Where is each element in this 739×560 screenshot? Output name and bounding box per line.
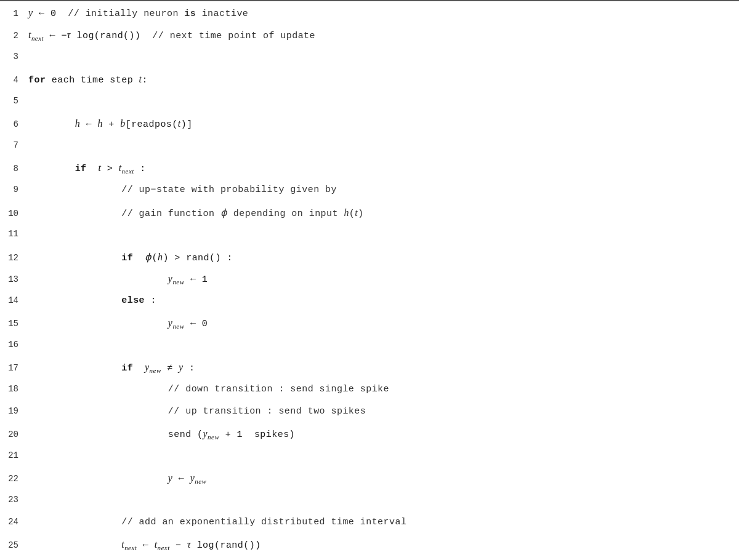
line-content-4: for each time step t: bbox=[28, 74, 733, 86]
line-content-3 bbox=[28, 52, 733, 62]
line-content-21 bbox=[28, 450, 733, 461]
line-content-19: // up transition : send two spikes bbox=[28, 406, 733, 417]
line-2: 2 tnext ← −τ log(rand()) // next time po… bbox=[0, 30, 739, 52]
line-content-25: tnext ← tnext − τ log(rand()) bbox=[28, 539, 733, 551]
line-11: 11 bbox=[0, 229, 739, 251]
line-content-16 bbox=[28, 340, 733, 350]
line-3: 3 bbox=[0, 52, 739, 74]
line-23: 23 bbox=[0, 495, 739, 517]
line-num-3: 3 bbox=[6, 52, 28, 62]
line-content-5 bbox=[28, 96, 733, 106]
line-num-18: 18 bbox=[6, 384, 28, 394]
line-21: 21 bbox=[0, 450, 739, 473]
line-25: 25 tnext ← tnext − τ log(rand()) bbox=[0, 539, 739, 560]
line-num-17: 17 bbox=[6, 363, 28, 373]
line-9: 9 // up−state with probability given by bbox=[0, 185, 739, 207]
line-6: 6 h ← h + b[readpos(t)] bbox=[0, 118, 739, 140]
line-19: 19 // up transition : send two spikes bbox=[0, 406, 739, 428]
line-content-12: if ϕ(h) > rand() : bbox=[28, 251, 733, 263]
line-num-5: 5 bbox=[6, 96, 28, 106]
line-num-15: 15 bbox=[6, 319, 28, 329]
line-content-13: ynew ← 1 bbox=[28, 273, 733, 286]
line-18: 18 // down transition : send single spik… bbox=[0, 384, 739, 406]
code-block: 1 y ← 0 // initially neuron is inactive … bbox=[0, 0, 739, 560]
line-num-21: 21 bbox=[6, 450, 28, 460]
line-1: 1 y ← 0 // initially neuron is inactive bbox=[0, 7, 739, 30]
line-8: 8 if t > tnext : bbox=[0, 162, 739, 185]
line-num-20: 20 bbox=[6, 430, 28, 439]
line-20: 20 send (ynew + 1 spikes) bbox=[0, 428, 739, 450]
line-content-2: tnext ← −τ log(rand()) // next time poin… bbox=[28, 30, 733, 42]
line-24: 24 // add an exponentially distributed t… bbox=[0, 517, 739, 539]
line-num-11: 11 bbox=[6, 229, 28, 239]
line-content-15: ynew ← 0 bbox=[28, 318, 733, 330]
line-num-23: 23 bbox=[6, 495, 28, 505]
line-16: 16 bbox=[0, 340, 739, 362]
line-num-8: 8 bbox=[6, 164, 28, 174]
line-num-19: 19 bbox=[6, 406, 28, 416]
line-content-17: if ynew ≠ y : bbox=[28, 362, 733, 374]
line-content-23 bbox=[28, 495, 733, 505]
line-15: 15 ynew ← 0 bbox=[0, 318, 739, 340]
line-12: 12 if ϕ(h) > rand() : bbox=[0, 251, 739, 273]
line-10: 10 // gain function ϕ depending on input… bbox=[0, 207, 739, 229]
line-22: 22 y ← ynew bbox=[0, 473, 739, 495]
line-14: 14 else : bbox=[0, 295, 739, 318]
line-content-24: // add an exponentially distributed time… bbox=[28, 517, 733, 527]
line-content-8: if t > tnext : bbox=[28, 162, 733, 175]
line-num-14: 14 bbox=[6, 295, 28, 305]
line-num-24: 24 bbox=[6, 517, 28, 527]
line-content-22: y ← ynew bbox=[28, 473, 733, 485]
line-num-6: 6 bbox=[6, 119, 28, 129]
line-num-9: 9 bbox=[6, 185, 28, 194]
line-num-16: 16 bbox=[6, 340, 28, 350]
line-num-2: 2 bbox=[6, 31, 28, 41]
line-num-7: 7 bbox=[6, 140, 28, 150]
line-13: 13 ynew ← 1 bbox=[0, 273, 739, 295]
line-5: 5 bbox=[0, 96, 739, 118]
line-content-18: // down transition : send single spike bbox=[28, 384, 733, 394]
line-num-25: 25 bbox=[6, 540, 28, 550]
line-num-10: 10 bbox=[6, 209, 28, 218]
line-7: 7 bbox=[0, 140, 739, 162]
line-4: 4 for each time step t: bbox=[0, 74, 739, 96]
line-num-1: 1 bbox=[6, 9, 28, 18]
line-content-14: else : bbox=[28, 295, 733, 306]
line-content-1: y ← 0 // initially neuron is inactive bbox=[28, 7, 733, 19]
line-num-12: 12 bbox=[6, 253, 28, 263]
line-content-6: h ← h + b[readpos(t)] bbox=[28, 118, 733, 130]
line-17: 17 if ynew ≠ y : bbox=[0, 362, 739, 384]
line-content-7 bbox=[28, 140, 733, 151]
line-content-20: send (ynew + 1 spikes) bbox=[28, 428, 733, 441]
line-content-10: // gain function ϕ depending on input h(… bbox=[28, 207, 733, 219]
line-content-9: // up−state with probability given by bbox=[28, 185, 733, 195]
line-num-22: 22 bbox=[6, 474, 28, 484]
line-content-11 bbox=[28, 229, 733, 239]
line-num-4: 4 bbox=[6, 75, 28, 85]
line-num-13: 13 bbox=[6, 274, 28, 284]
